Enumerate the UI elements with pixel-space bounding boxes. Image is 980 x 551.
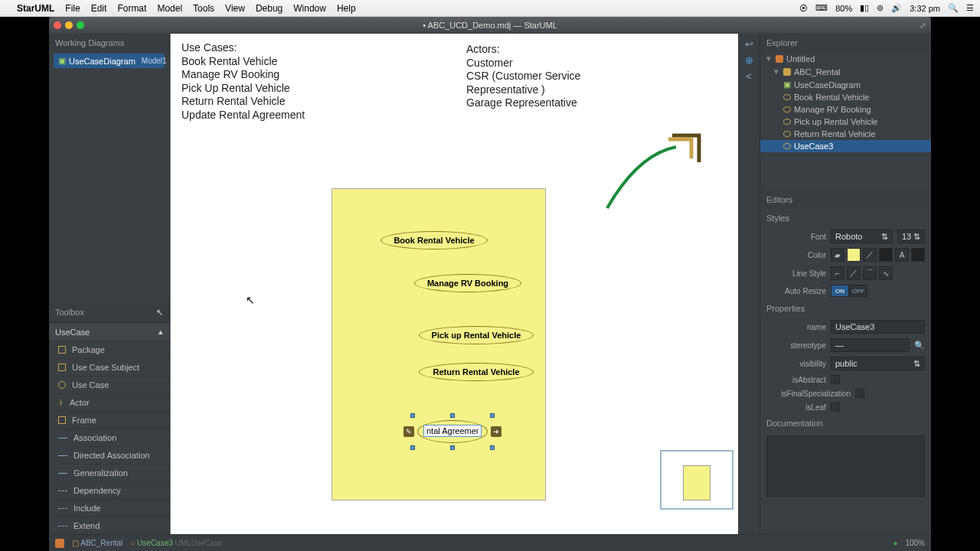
documentation-textarea[interactable] [766, 435, 925, 497]
fill-icon[interactable]: ▰ [831, 248, 844, 262]
app-name[interactable]: StarUML [17, 3, 54, 14]
minimize-icon[interactable] [65, 21, 73, 29]
menu-help[interactable]: Help [337, 3, 356, 14]
menu-model[interactable]: Model [157, 3, 182, 14]
association-icon [58, 438, 67, 439]
tool-dependency[interactable]: Dependency [49, 481, 169, 499]
font-select[interactable]: Roboto⇅ [831, 230, 893, 243]
battery-icon[interactable]: ▮▯ [860, 3, 869, 13]
mouse-cursor: ↖ [246, 294, 255, 306]
target-icon[interactable]: ⊕ [745, 54, 753, 66]
volume-icon[interactable]: 🔊 [891, 3, 902, 13]
search-icon[interactable]: 🔍 [914, 341, 925, 350]
line-curve-icon[interactable]: ∿ [879, 266, 893, 280]
status-crumb-model[interactable]: ▢ ABC_Rental [72, 539, 122, 547]
tool-frame[interactable]: Frame [49, 411, 169, 429]
diagram-canvas[interactable]: Use Cases: Book Rental Vehicle Manage RV… [170, 34, 738, 534]
tree-model[interactable]: ▾ABC_Rental [760, 65, 931, 78]
clock[interactable]: 3:32 pm [910, 4, 940, 13]
usecase-icon [783, 131, 791, 137]
menu-edit[interactable]: Edit [91, 3, 107, 14]
spotlight-icon[interactable]: 🔍 [948, 3, 959, 13]
history-back-icon[interactable]: ↩ [745, 38, 753, 50]
line-rounded-icon[interactable]: ⌒ [863, 266, 877, 280]
fill-swatch[interactable] [847, 248, 861, 262]
usecase-name-input[interactable] [423, 425, 482, 437]
minimap-viewport [683, 465, 710, 500]
tree-node[interactable]: Return Rental Vehicle [760, 128, 931, 140]
minimap[interactable] [660, 450, 733, 510]
tool-association[interactable]: Association [49, 429, 169, 446]
menu-tools[interactable]: Tools [193, 3, 214, 14]
isabstract-checkbox[interactable] [831, 375, 840, 384]
tool-directed-association[interactable]: Directed Association [49, 446, 169, 464]
usecase-pickup[interactable]: Pick up Rental Vehicle [419, 326, 534, 344]
toolbox-category[interactable]: UseCase ▴ [49, 322, 169, 341]
usecase-manage-booking[interactable]: Manage RV Booking [414, 274, 521, 292]
menu-icon[interactable]: ☰ [966, 3, 974, 13]
line-swatch[interactable] [879, 248, 893, 262]
share-icon[interactable]: < [746, 70, 752, 82]
tool-use-case-subject[interactable]: Use Case Subject [49, 358, 169, 376]
menu-debug[interactable]: Debug [256, 3, 283, 14]
line-rect-icon[interactable]: ⌐ [831, 266, 844, 280]
tree-node[interactable]: Book Rental Vehicle [760, 91, 931, 103]
tool-package[interactable]: Package [49, 341, 169, 358]
pointer-icon[interactable]: ↖ [156, 308, 163, 318]
usecase-editing[interactable]: ✎ ➜ [417, 420, 488, 443]
tool-generalization[interactable]: Generalization [49, 464, 169, 481]
name-input[interactable]: UseCase3 [831, 320, 925, 334]
actor-icon: ᚼ [58, 398, 64, 407]
expand-icon[interactable]: ⤢ [920, 21, 926, 31]
documentation-header: Documentation [760, 414, 931, 432]
tool-actor[interactable]: ᚼActor [49, 393, 169, 411]
usecase-label: Pick up Rental Vehicle [432, 331, 521, 340]
line-color-icon[interactable]: ／ [863, 248, 877, 262]
menu-view[interactable]: View [225, 3, 245, 14]
visibility-select[interactable]: public⇅ [831, 357, 925, 370]
zoom-level[interactable]: 100% [905, 539, 925, 547]
autoresize-toggle[interactable]: ON OFF [831, 285, 867, 297]
usecase-label: Return Rental Vehicle [433, 367, 519, 377]
diagram-icon: ▣ [58, 56, 66, 66]
working-diagram-item[interactable]: ▣ UseCaseDiagram Model1 [54, 54, 165, 68]
usecase-book-rental[interactable]: Book Rental Vehicle [381, 231, 488, 249]
window-titlebar[interactable]: • ABC_UCD_Demo.mdj — StarUML ⤢ [49, 17, 931, 34]
tool-include[interactable]: Include [49, 499, 169, 517]
tree-node[interactable]: Manage RV Booking [760, 103, 931, 116]
status-icon[interactable]: ⦿ [799, 4, 808, 13]
style-autoresize-row: Auto Resize ON OFF [760, 282, 931, 299]
directed-association-icon [58, 455, 67, 456]
wifi-icon[interactable]: ⊚ [877, 3, 884, 13]
text-swatch[interactable] [911, 248, 925, 262]
isleaf-checkbox[interactable] [831, 403, 840, 412]
tree-node-selected[interactable]: UseCase3 [760, 140, 931, 152]
quick-handle-left[interactable]: ✎ [403, 426, 414, 437]
text-color-icon[interactable]: A [895, 248, 909, 262]
stereotype-input[interactable]: — [831, 338, 910, 352]
isfinal-checkbox[interactable] [855, 389, 864, 398]
menu-format[interactable]: Format [117, 3, 146, 14]
quick-handle-right[interactable]: ➜ [491, 426, 501, 437]
line-oblique-icon[interactable]: ／ [847, 266, 861, 280]
package-icon [58, 346, 66, 354]
menu-file[interactable]: File [65, 3, 80, 14]
tree-node[interactable]: Pick up Rental Vehicle [760, 116, 931, 128]
collapse-icon[interactable]: ▴ [158, 327, 163, 337]
close-icon[interactable] [54, 21, 61, 29]
zoom-icon[interactable] [77, 21, 84, 29]
toolbox-header: Toolbox ↖ [49, 303, 169, 322]
menu-window[interactable]: Window [293, 3, 326, 14]
tree-root[interactable]: ▾Untitled [760, 52, 931, 65]
style-color-row: Color ▰ ／ A [760, 246, 931, 264]
tree-diagram[interactable]: ▣UseCaseDiagram [760, 78, 931, 91]
status-crumb-element[interactable]: ○ UseCase3 UMLUseCase [130, 539, 223, 547]
font-size-select[interactable]: 13⇅ [897, 230, 925, 243]
diagram-icon: ▣ [783, 80, 791, 90]
tree-label: Manage RV Booking [794, 105, 871, 114]
tool-use-case[interactable]: Use Case [49, 376, 169, 393]
tool-extend[interactable]: Extend [49, 517, 169, 534]
keyboard-icon[interactable]: ⌨ [815, 3, 828, 13]
prop-visibility-row: visibility public⇅ [760, 354, 931, 373]
usecase-return[interactable]: Return Rental Vehicle [419, 363, 534, 381]
